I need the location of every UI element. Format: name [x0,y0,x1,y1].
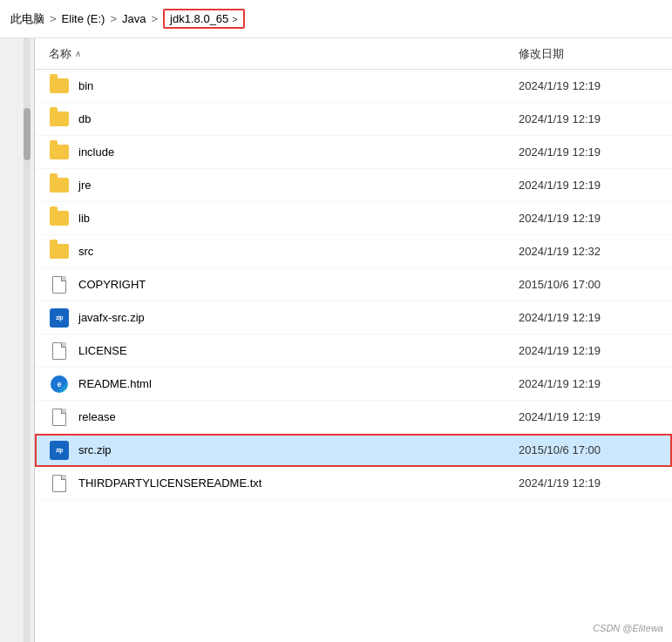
breadcrumb-java[interactable]: Java [122,12,146,25]
file-date: 2024/1/19 12:32 [519,245,658,258]
doc-icon [49,473,70,494]
file-name: LICENSE [78,344,519,357]
col-date-label: 修改日期 [519,47,564,60]
file-date: 2024/1/19 12:19 [519,377,658,390]
file-name: src [78,245,519,258]
file-name: jre [78,179,519,192]
breadcrumb-current[interactable]: jdk1.8.0_65 > [163,9,245,29]
breadcrumb-elite[interactable]: Elite (E:) [62,12,105,25]
file-date: 2024/1/19 12:19 [519,344,658,357]
file-date: 2024/1/19 12:19 [519,112,658,125]
file-name: THIRDPARTYLICENSEREADME.txt [78,476,519,490]
folder-icon [49,76,70,97]
col-name-header: 名称 ∧ [49,46,519,62]
file-name: README.html [78,377,519,390]
doc-icon [49,407,70,428]
folder-icon [49,109,70,130]
scrollbar-thumb[interactable] [24,108,31,160]
file-name: COPYRIGHT [78,278,519,291]
file-date: 2024/1/19 12:19 [519,476,658,490]
file-row[interactable]: zipsrc.zip2015/10/6 17:00 [35,434,672,467]
sort-arrow-icon: ∧ [75,49,81,58]
folder-icon [49,142,70,163]
file-row[interactable]: LICENSE2024/1/19 12:19 [35,335,672,368]
file-row[interactable]: release2024/1/19 12:19 [35,401,672,434]
breadcrumb-sep-3: > [152,12,159,25]
file-row[interactable]: jre2024/1/19 12:19 [35,169,672,202]
file-row[interactable]: src2024/1/19 12:32 [35,235,672,268]
file-row[interactable]: lib2024/1/19 12:19 [35,202,672,235]
html-icon: e [49,374,70,395]
doc-icon [49,274,70,295]
file-date: 2024/1/19 12:19 [519,145,658,159]
file-name: release [78,410,519,423]
file-list-area: 名称 ∧ 修改日期 bin2024/1/19 12:19db2024/1/19 … [35,38,672,642]
file-date: 2015/10/6 17:00 [519,443,658,456]
file-date: 2015/10/6 17:00 [519,278,658,291]
file-row[interactable]: eREADME.html2024/1/19 12:19 [35,368,672,401]
column-header: 名称 ∧ 修改日期 [35,38,672,70]
file-rows-container: bin2024/1/19 12:19db2024/1/19 12:19inclu… [35,70,672,500]
col-date-header: 修改日期 [519,46,658,62]
breadcrumb-bar: 此电脑 > Elite (E:) > Java > jdk1.8.0_65 > [0,0,672,38]
file-date: 2024/1/19 12:19 [519,410,658,423]
scrollbar-area[interactable] [0,38,35,642]
file-row[interactable]: THIRDPARTYLICENSEREADME.txt2024/1/19 12:… [35,467,672,500]
file-date: 2024/1/19 12:19 [519,311,658,324]
breadcrumb-chevron-icon: > [232,14,237,24]
file-name: lib [78,212,519,225]
file-name: src.zip [78,443,519,456]
breadcrumb-current-label: jdk1.8.0_65 [170,12,228,25]
col-name-label: 名称 [49,46,71,62]
file-row[interactable]: bin2024/1/19 12:19 [35,70,672,103]
file-row[interactable]: db2024/1/19 12:19 [35,103,672,136]
file-row[interactable]: include2024/1/19 12:19 [35,136,672,169]
main-container: 名称 ∧ 修改日期 bin2024/1/19 12:19db2024/1/19 … [0,38,672,642]
zip-icon: zip [49,440,70,461]
breadcrumb-this-pc[interactable]: 此电脑 [10,11,44,27]
file-row[interactable]: zipjavafx-src.zip2024/1/19 12:19 [35,301,672,335]
file-date: 2024/1/19 12:19 [519,212,658,225]
folder-icon [49,208,70,229]
file-row[interactable]: COPYRIGHT2015/10/6 17:00 [35,268,672,301]
folder-icon [49,241,70,262]
file-date: 2024/1/19 12:19 [519,79,658,92]
file-name: db [78,112,519,125]
file-name: include [78,145,519,159]
watermark: CSDN @Elitewa [593,623,663,633]
scrollbar-track[interactable] [24,38,31,642]
zip-icon: zip [49,307,70,328]
breadcrumb-sep-2: > [110,12,117,25]
file-name: bin [78,79,519,92]
breadcrumb-sep-1: > [50,12,57,25]
doc-icon [49,341,70,362]
file-date: 2024/1/19 12:19 [519,179,658,192]
folder-icon [49,175,70,196]
file-name: javafx-src.zip [78,311,519,324]
